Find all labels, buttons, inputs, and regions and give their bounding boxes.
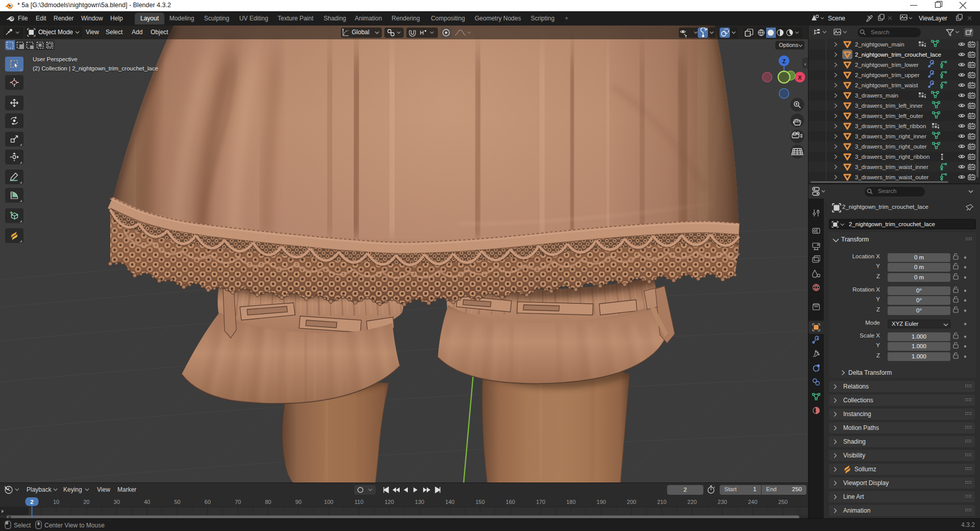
svg-text:Z: Z [782,58,786,64]
svg-text:250: 250 [778,499,788,505]
svg-text:40: 40 [144,499,150,505]
svg-text:150: 150 [475,499,484,505]
svg-text:170: 170 [536,499,545,505]
svg-text:160: 160 [506,499,515,505]
svg-text:210: 210 [657,499,666,505]
svg-text:90: 90 [296,499,302,505]
svg-text:80: 80 [265,499,271,505]
svg-text:130: 130 [415,499,424,505]
svg-text:ViewLayer: ViewLayer [919,15,947,22]
svg-text:50: 50 [174,499,180,505]
svg-text:30: 30 [114,499,120,505]
svg-text:Scene: Scene [828,15,845,22]
svg-text:Center View to Mouse: Center View to Mouse [44,522,105,529]
svg-text:Select: Select [14,522,31,529]
svg-text:70: 70 [235,499,241,505]
svg-text:220: 220 [688,499,697,505]
svg-text:140: 140 [445,499,454,505]
svg-text:180: 180 [566,499,575,505]
svg-text:190: 190 [597,499,606,505]
svg-text:240: 240 [748,499,757,505]
svg-text:2: 2 [30,499,33,505]
svg-text:200: 200 [627,499,636,505]
svg-text:X: X [798,75,802,81]
svg-text:20: 20 [83,499,89,505]
svg-text:60: 60 [205,499,211,505]
svg-text:120: 120 [384,499,394,505]
svg-text:10: 10 [53,499,59,505]
svg-text:100: 100 [324,499,333,505]
svg-text:230: 230 [718,499,727,505]
svg-text:110: 110 [355,499,364,505]
